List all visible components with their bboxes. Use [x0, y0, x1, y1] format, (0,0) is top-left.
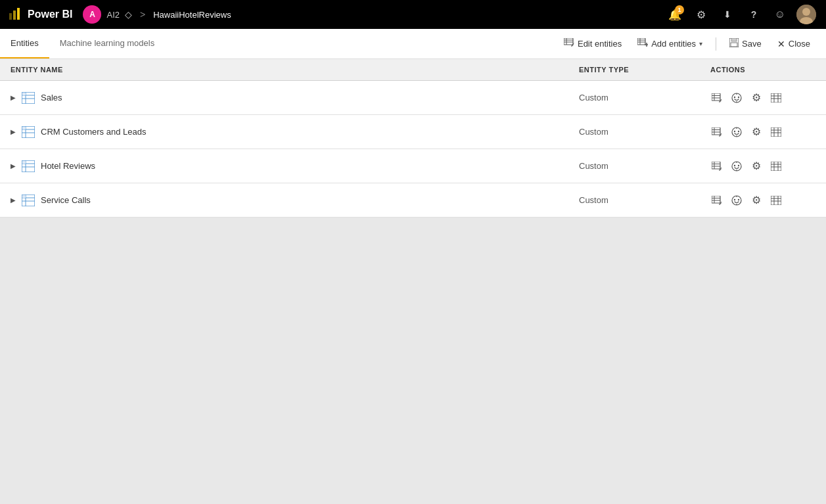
action-ai-icon[interactable] [730, 91, 743, 104]
action-table-icon[interactable] [769, 194, 783, 207]
user-avatar [796, 5, 816, 24]
svg-point-52 [738, 130, 739, 131]
table-row[interactable]: ▶ Sales Custom [0, 81, 826, 115]
action-settings-icon[interactable]: ⚙ [750, 160, 763, 173]
table-header: ENTITY NAME ENTITY TYPE ACTIONS [0, 59, 826, 81]
notification-badge: 1 [675, 5, 684, 14]
svg-line-89 [721, 202, 722, 203]
action-table-icon[interactable] [769, 126, 783, 139]
breadcrumb-item[interactable]: HawaiiHotelReviews [153, 10, 231, 20]
workspace-avatar[interactable]: A [83, 5, 101, 24]
svg-point-70 [732, 162, 741, 171]
settings-button[interactable]: ⚙ [689, 3, 713, 26]
tab-entities-label: Entities [11, 38, 39, 48]
expand-arrow-icon[interactable]: ▶ [11, 128, 16, 135]
entity-name-cell: ▶ Hotel Reviews [11, 159, 579, 173]
notifications-button[interactable]: 🔔 1 [663, 3, 687, 26]
svg-rect-64 [22, 161, 26, 164]
expand-arrow-icon[interactable]: ▶ [11, 162, 16, 170]
add-entities-label: Add entities [651, 39, 696, 49]
svg-line-29 [721, 99, 722, 101]
entity-name-cell: ▶ CRM Customers and Leads [11, 125, 579, 139]
help-button[interactable]: ? [742, 3, 766, 26]
add-entities-icon [637, 38, 648, 49]
svg-rect-25 [712, 93, 720, 101]
save-button[interactable]: Save [724, 35, 767, 53]
svg-point-31 [734, 96, 735, 97]
entity-type-cell: Custom [579, 195, 710, 205]
download-button[interactable]: ⬇ [716, 3, 739, 26]
svg-rect-18 [731, 38, 737, 41]
action-settings-icon[interactable]: ⚙ [750, 91, 763, 104]
action-ai-icon[interactable] [730, 160, 743, 173]
entity-name-cell: ▶ Service Calls [11, 193, 579, 208]
action-ai-icon[interactable] [730, 126, 743, 139]
close-label: Close [789, 39, 810, 49]
toolbar-actions: Edit entities Add entities ▾ [559, 35, 815, 53]
action-settings-icon[interactable]: ⚙ [750, 126, 763, 139]
toolbar: Entities Machine learning models Edit en… [0, 29, 826, 59]
action-table-icon[interactable] [769, 91, 783, 104]
expand-arrow-icon[interactable]: ▶ [11, 196, 16, 204]
svg-rect-35 [771, 93, 781, 103]
svg-rect-6 [564, 38, 573, 45]
entity-table-icon [21, 91, 35, 105]
powerbi-brand-text: Power BI [28, 9, 72, 20]
workspace-label[interactable]: AI2 [106, 10, 120, 20]
powerbi-logo-icon [8, 7, 24, 22]
svg-point-4 [802, 8, 810, 16]
action-edit-icon[interactable] [710, 194, 723, 207]
svg-point-32 [738, 96, 739, 97]
tab-ml-models[interactable]: Machine learning models [49, 29, 166, 58]
svg-rect-2 [17, 8, 20, 20]
table-row[interactable]: ▶ Service Calls Custom [0, 183, 826, 218]
add-entities-button[interactable]: Add entities ▾ [632, 35, 708, 53]
top-navigation: Power BI A AI2 ◇ > HawaiiHotelReviews 🔔 … [0, 0, 826, 29]
nav-right-icons: 🔔 1 ⚙ ⬇ ? ☺ [663, 3, 818, 26]
svg-point-50 [732, 127, 741, 137]
breadcrumb-separator: > [140, 9, 145, 20]
action-edit-icon[interactable] [710, 126, 723, 139]
edit-entities-button[interactable]: Edit entities [559, 35, 627, 53]
svg-rect-95 [771, 196, 781, 205]
action-edit-icon[interactable] [710, 160, 723, 173]
action-edit-icon[interactable] [710, 91, 723, 104]
powerbi-logo[interactable]: Power BI [8, 7, 72, 22]
svg-rect-85 [712, 196, 720, 203]
entity-name-label: CRM Customers and Leads [41, 127, 146, 137]
nav-left: Power BI A AI2 ◇ > HawaiiHotelReviews [8, 5, 231, 24]
user-profile-button[interactable] [794, 3, 818, 26]
feedback-icon: ☺ [775, 9, 785, 20]
save-icon [729, 38, 739, 49]
svg-point-51 [734, 130, 735, 131]
svg-point-91 [734, 198, 735, 200]
close-button[interactable]: ✕ Close [772, 35, 815, 53]
feedback-button[interactable]: ☺ [768, 3, 792, 26]
save-label: Save [742, 39, 762, 49]
svg-line-69 [721, 168, 722, 169]
entity-name-label: Service Calls [41, 195, 91, 205]
tabs-container: Entities Machine learning models [0, 29, 165, 58]
close-icon: ✕ [777, 39, 785, 49]
entity-type-cell: Custom [579, 127, 710, 137]
action-settings-icon[interactable]: ⚙ [750, 194, 763, 207]
workspace-initial: A [89, 10, 95, 19]
tab-entities[interactable]: Entities [0, 29, 49, 58]
expand-arrow-icon[interactable]: ▶ [11, 94, 16, 101]
entity-table-icon [21, 125, 35, 139]
table-row[interactable]: ▶ Hotel Reviews Custom [0, 149, 826, 183]
row-actions-cell: ⚙ [710, 160, 815, 173]
action-table-icon[interactable] [769, 160, 783, 173]
tab-ml-models-label: Machine learning models [60, 38, 155, 48]
entity-name-cell: ▶ Sales [11, 91, 579, 105]
action-ai-icon[interactable] [730, 194, 743, 207]
add-entities-dropdown-arrow[interactable]: ▾ [699, 40, 702, 47]
toolbar-divider [716, 37, 716, 51]
edit-entities-icon [564, 38, 574, 49]
svg-rect-65 [712, 162, 720, 169]
svg-rect-44 [22, 127, 26, 129]
entity-type-cell: Custom [579, 93, 710, 103]
table-row[interactable]: ▶ CRM Customers and Leads Custom [0, 115, 826, 149]
entity-name-label: Hotel Reviews [41, 161, 95, 171]
entity-table: ENTITY NAME ENTITY TYPE ACTIONS ▶ Sales [0, 59, 826, 218]
